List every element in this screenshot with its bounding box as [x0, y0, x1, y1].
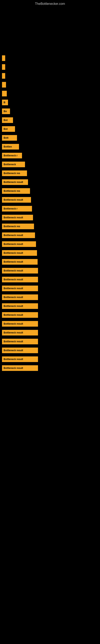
bar-row: Bottleneck result — [2, 312, 100, 318]
bar-spacer — [2, 106, 100, 108]
bar-spacer — [2, 168, 100, 170]
bar-row — [2, 64, 100, 70]
bar-row — [2, 55, 100, 62]
bar-spacer — [2, 53, 100, 55]
bar-label — [2, 64, 5, 70]
bar-spacer — [2, 318, 100, 320]
bar-label: Bottleneck res — [2, 170, 27, 176]
bar-spacer — [2, 132, 100, 135]
bar-row: Bottleneck result — [2, 276, 100, 283]
bar-row: Bottleneck result — [2, 179, 100, 185]
bar-label: Bottleneck result — [2, 215, 33, 220]
bar-label: Bottleneck result — [2, 197, 31, 203]
bar-row: Bottleneck result — [2, 294, 100, 300]
bar-row: B — [2, 99, 100, 106]
bar-label: Bottleneck result — [2, 286, 38, 291]
bar-spacer — [2, 336, 100, 338]
bar-row: Bottlen — [2, 144, 100, 150]
bar-label: Bottleneck result — [2, 321, 38, 327]
bar-label: Bottleneck result — [2, 259, 38, 265]
bar-label: Bottleneck result — [2, 232, 35, 238]
bar-row: Bottleneck res — [2, 223, 100, 230]
bar-spacer — [2, 142, 100, 144]
bar-label: Bottleneck — [2, 162, 25, 167]
bar-row: Bo — [2, 108, 100, 114]
bar-label: Bottleneck result — [2, 339, 38, 344]
bar-spacer — [2, 248, 100, 250]
bar-row: Bottleneck result — [2, 232, 100, 238]
bar-row: Bott — [2, 135, 100, 141]
bar-row: Bottleneck result — [2, 338, 100, 345]
bar-row — [2, 73, 100, 79]
bar-spacer — [2, 159, 100, 161]
chart-area — [0, 7, 100, 51]
bar-spacer — [2, 283, 100, 285]
bar-row: Bot — [2, 117, 100, 123]
bar-label — [2, 73, 5, 79]
bar-spacer — [2, 266, 100, 268]
bar-spacer — [2, 115, 100, 117]
bar-label: Bottleneck result — [2, 348, 38, 353]
bar-row: Bottleneck — [2, 161, 100, 168]
bar-label: Bottleneck res — [2, 188, 30, 194]
bar-spacer — [2, 256, 100, 258]
bar-label: Bottleneck result — [2, 312, 38, 318]
bar-label — [2, 55, 5, 61]
bar-row: Bottleneck result — [2, 250, 100, 256]
bar-row: Bottleneck result — [2, 320, 100, 327]
bar-row: Bot — [2, 126, 100, 132]
bar-spacer — [2, 345, 100, 347]
bar-spacer — [2, 88, 100, 90]
bar-row: Bottleneck r — [2, 152, 100, 159]
bar-spacer — [2, 97, 100, 99]
bar-spacer — [2, 212, 100, 214]
bar-spacer — [2, 363, 100, 365]
bar-spacer — [2, 221, 100, 223]
bar-row: Bottleneck result — [2, 303, 100, 309]
bar-row: Bottleneck res — [2, 188, 100, 194]
bar-label: Bottleneck result — [2, 277, 38, 282]
bar-spacer — [2, 301, 100, 303]
bar-label: Bottleneck result — [2, 303, 38, 309]
bar-label: Bottleneck result — [2, 241, 36, 247]
bar-row: Bottleneck result — [2, 285, 100, 292]
bar-label: Bot — [2, 126, 15, 132]
bar-label: Bottleneck result — [2, 250, 37, 256]
bar-row: Bottleneck result — [2, 347, 100, 354]
bar-label: Bot — [2, 117, 13, 123]
bar-label: Bottleneck result — [2, 179, 28, 185]
bar-label: Bott — [2, 135, 17, 141]
bar-label: Bottleneck result — [2, 330, 38, 336]
bar-label — [2, 91, 7, 96]
bar-label: B — [2, 100, 8, 105]
bar-spacer — [2, 80, 100, 82]
bar-row — [2, 90, 100, 97]
bar-label: Bottlen — [2, 144, 19, 150]
bar-spacer — [2, 204, 100, 206]
bar-row: Bottleneck r — [2, 206, 100, 212]
bar-label: Bottleneck result — [2, 356, 38, 362]
site-header: TheBottlenecker.com — [0, 0, 100, 7]
bar-spacer — [2, 186, 100, 188]
bar-label — [2, 82, 6, 88]
bar-spacer — [2, 177, 100, 179]
bar-spacer — [2, 239, 100, 241]
bar-row: Bottleneck res — [2, 170, 100, 176]
bar-label: Bo — [2, 108, 10, 114]
bar-spacer — [2, 354, 100, 356]
bar-row: Bottleneck result — [2, 196, 100, 203]
bar-row: Bottleneck result — [2, 330, 100, 336]
bar-spacer — [2, 194, 100, 196]
bar-spacer — [2, 150, 100, 152]
bar-label: Bottleneck res — [2, 224, 34, 229]
bar-row: Bottleneck result — [2, 258, 100, 265]
bar-row: Bottleneck result — [2, 214, 100, 221]
bar-label: Bottleneck result — [2, 268, 38, 274]
bar-label: Bottleneck result — [2, 365, 38, 371]
bar-row: Bottleneck result — [2, 365, 100, 371]
bar-row: Bottleneck result — [2, 356, 100, 362]
bar-spacer — [2, 71, 100, 73]
bar-spacer — [2, 292, 100, 294]
bar-row: Bottleneck result — [2, 241, 100, 247]
bar-spacer — [2, 230, 100, 232]
